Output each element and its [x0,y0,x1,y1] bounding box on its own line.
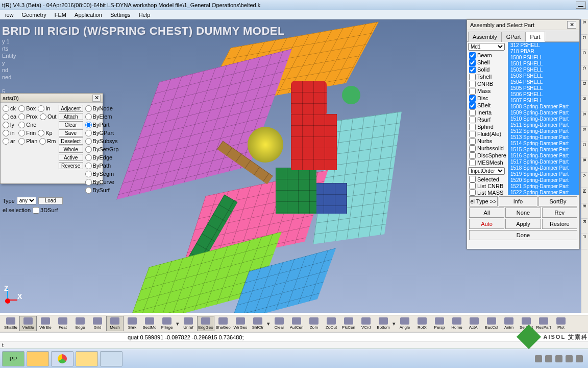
info-button[interactable]: Info [499,196,537,206]
tool-mesh[interactable]: Mesh [106,316,124,331]
model-select[interactable]: Md1 [468,43,505,51]
tool-shrk[interactable]: Shrk [124,316,141,331]
check-sphnd[interactable]: Sphnd [468,123,507,130]
surf3d-checkbox[interactable] [33,207,39,214]
tool-vieele[interactable]: VieEle [19,316,37,331]
list-item[interactable]: 1522 Spring-Damper Part [508,190,579,195]
tab-part[interactable]: Part [525,32,545,42]
tool-zoin[interactable]: ZoIn [305,316,323,331]
selection-panel-header[interactable]: arts(0) ✕ [1,94,103,103]
list-item[interactable]: 1504 PSHELL [508,79,579,85]
reverse-button[interactable]: Reverse [59,162,83,169]
attach-button[interactable]: Attach [59,113,83,120]
el-type-button[interactable]: el Type >> [469,196,498,206]
sortby-button[interactable]: SortBy [538,196,577,206]
tool-respart[interactable]: ResPart [535,316,552,331]
list-item[interactable]: 1508 Spring-Damper Part [508,104,579,110]
check-tshell[interactable]: Tshell [468,73,507,80]
menu-geometry[interactable]: Geometry [18,11,51,19]
tool-grid[interactable]: Grid [89,316,106,331]
list-item[interactable]: 1510 Spring-Damper Part [508,116,579,122]
tab-assembly[interactable]: Assembly [468,32,502,42]
tool-autcen[interactable]: AutCen [288,316,305,331]
list-cnrb-checkbox[interactable] [469,182,476,189]
tool-home[interactable]: Home [448,316,465,331]
done-button[interactable]: Done [469,230,577,240]
menu-fem[interactable]: FEM [51,11,70,19]
list-item[interactable]: 1501 PSHELL [508,61,579,67]
check-nurbs[interactable]: Nurbs [468,137,507,145]
task-chrome[interactable] [51,351,74,366]
system-tray[interactable] [535,355,586,362]
right-tool-strip[interactable]: SCCCDRSSDBAMERF [581,19,588,313]
check-fluid(ale)[interactable]: Fluid(Ale) [468,130,507,137]
list-item[interactable]: 1502 PSHELL [508,67,579,73]
tool-persp[interactable]: Persp [431,316,448,331]
minimize-button[interactable] [576,2,586,9]
tool-baccol[interactable]: BacCol [483,316,500,331]
check-mesmesh[interactable]: MESMesh [468,159,507,166]
list-item[interactable]: 312 PSHELL [508,42,579,49]
check-sbelt[interactable]: SBelt [468,102,507,109]
list-mass-checkbox[interactable] [469,189,476,196]
save-button[interactable]: Save [59,129,83,136]
list-item[interactable]: 1509 Spring-Damper Part [508,110,579,116]
tool-selpart[interactable]: SelPart [518,316,535,331]
tool-piccen[interactable]: PicCen [340,316,357,331]
tool-angle[interactable]: Angle [396,316,413,331]
input-order-select[interactable]: InputOrder [468,167,505,175]
list-item[interactable]: 1513 Spring-Damper Part [508,134,579,141]
active-button[interactable]: Active [59,154,83,161]
list-item[interactable]: 1500 PSHELL [508,55,579,61]
check-shell[interactable]: Shell [468,59,507,66]
tool-fringe[interactable]: Fringe [158,316,176,331]
menu-help[interactable]: Help [135,11,155,19]
check-solid[interactable]: Solid [468,66,507,73]
tool-plot[interactable]: Plot [552,316,570,331]
task-app[interactable]: PP [2,351,24,366]
load-button[interactable]: Load [38,197,63,204]
tool-unref[interactable]: Unref [180,316,197,331]
none-button[interactable]: None [505,208,541,218]
list-item[interactable]: 1506 PSHELL [508,91,579,98]
sel-radio[interactable]: ea [3,113,16,120]
auto-button[interactable]: Auto [469,219,504,229]
tool-actall[interactable]: ActAll [465,316,483,331]
clear-button[interactable]: Clear [59,121,83,128]
sel-radio[interactable]: in [3,129,16,136]
menu-application[interactable]: Application [70,11,106,19]
list-item[interactable]: 1517 Spring-Damper Part [508,159,579,165]
sel-radio[interactable]: ar [3,137,16,145]
check-cnrb[interactable]: CNRB [468,80,507,87]
check-disc[interactable]: Disc [468,95,507,102]
check-mass[interactable]: Mass [468,87,507,95]
list-item[interactable]: 1519 Spring-Damper Part [508,171,579,177]
tool-zoout[interactable]: ZoOut [323,316,340,331]
tab-gpart[interactable]: GPart [502,32,526,42]
list-item[interactable]: 1512 Spring-Damper Part [508,128,579,134]
sel-radio[interactable]: ck [3,105,16,112]
list-item[interactable]: 1507 PSHELL [508,98,579,104]
list-item[interactable]: 1516 Spring-Damper Part [508,153,579,159]
tool-sectmo[interactable]: SectMo [141,316,158,331]
tool-rotx[interactable]: RotX [413,316,431,331]
check-beam[interactable]: Beam [468,52,507,59]
menu-settings[interactable]: Settings [106,11,135,19]
tool-edge[interactable]: Edge [71,316,89,331]
tool-shageo[interactable]: ShaGeo [214,316,232,331]
check-inerta[interactable]: Inerta [468,109,507,116]
task-explorer[interactable] [27,351,49,366]
tool-bottom[interactable]: Bottom [375,316,392,331]
tool-wirele[interactable]: WirEle [37,316,54,331]
list-item[interactable]: 1514 Spring-Damper Part [508,141,579,147]
list-item[interactable]: 1515 Spring-Damper Part [508,147,579,153]
dummy-model[interactable] [122,35,408,301]
close-icon[interactable]: ✕ [92,95,101,102]
task-folder[interactable] [76,351,98,366]
restore-button[interactable]: Restore [542,219,577,229]
menu-view[interactable]: iew [1,11,18,19]
tool-wirgeo[interactable]: WirGeo [232,316,249,331]
tool-anim[interactable]: Anim [500,316,518,331]
tool-vcrd[interactable]: VCrd [357,316,375,331]
list-item[interactable]: 1511 Spring-Damper Part [508,122,579,128]
